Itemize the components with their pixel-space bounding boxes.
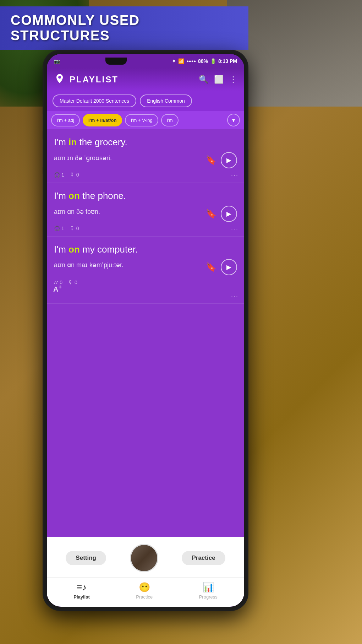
app-logo-icon: [54, 73, 65, 86]
headphone-icon-2: 🎧: [54, 226, 60, 231]
font-large-icon: A+: [53, 283, 62, 293]
volume-down-button: [43, 174, 43, 202]
wifi-icon: 📶: [178, 58, 184, 64]
sentence-2-highlight: on: [68, 190, 80, 201]
tab-master-default[interactable]: Master Default 2000 Sentences: [53, 94, 136, 107]
sentence-card-1: I'm in the grocery. aɪm ɪn ðə ˈɡroʊsəri.…: [47, 129, 244, 183]
video-icon: 📷: [54, 58, 60, 64]
banner-text: COMMONLY USED STRUCTURES: [11, 13, 238, 43]
sentence-2-prefix: I'm: [54, 190, 68, 201]
phone-frame: 📷 ✦ 📶 ●●●● 88% 🔋 8:13 PM PLAYLIST 🔍 ⬜: [43, 50, 248, 611]
play-button-1[interactable]: ▶: [221, 152, 237, 168]
nav-playlist[interactable]: ≡♪ Playlist: [73, 582, 90, 600]
status-left: 📷: [54, 58, 60, 64]
filter-tabs: I'm + adj I'm + in/at/on I'm + V-ing I'm…: [47, 111, 244, 129]
more-dots-3[interactable]: ···: [231, 292, 238, 300]
battery-level: 88%: [198, 58, 208, 64]
practice-stat-1: 🎙 0: [70, 172, 79, 178]
bookmark-icon-3[interactable]: 🔖: [206, 262, 216, 272]
signal-strength: ●●●●: [186, 59, 196, 63]
listen-stat-2: 🎧 1: [54, 226, 64, 231]
sentence-card-3: I'm on my computer. aɪm ɑn maɪ kəmˈpjuːt…: [47, 237, 244, 304]
tab-english-common[interactable]: English Common: [140, 94, 192, 107]
status-bar: 📷 ✦ 📶 ●●●● 88% 🔋 8:13 PM: [47, 54, 244, 68]
sentence-1-phonetic: aɪm ɪn ðə ˈɡroʊsəri.: [54, 154, 112, 162]
app-header: PLAYLIST 🔍 ⬜ ⋮: [47, 68, 244, 91]
play-button-2[interactable]: ▶: [221, 206, 237, 222]
sentences-list: I'm in the grocery. aɪm ɪn ðə ˈɡroʊsəri.…: [47, 129, 244, 537]
sentence-3-phonetic: aɪm ɑn maɪ kəmˈpjuːtər.: [54, 261, 124, 269]
battery-icon: 🔋: [210, 58, 216, 64]
sentence-1-controls: 🔖 ▶: [206, 152, 237, 168]
sentence-3-stats: A- 0 🎙 0: [54, 279, 237, 285]
avatar-image: [131, 545, 157, 571]
listen-stat-1: 🎧 1: [54, 172, 64, 178]
sentence-3-suffix: my computer.: [80, 244, 138, 255]
play-button-3[interactable]: ▶: [221, 259, 237, 275]
sentence-3-highlight: on: [68, 244, 80, 255]
sentence-1-stats: 🎧 1 🎙 0: [54, 172, 237, 178]
action-buttons: Setting Practice: [47, 540, 244, 577]
nav-practice-label: Practice: [136, 594, 153, 600]
playlist-tabs: Master Default 2000 Sentences English Co…: [47, 91, 244, 111]
bottom-nav: ≡♪ Playlist 😶 Practice 📊 Progress: [47, 577, 244, 607]
time-display: 8:13 PM: [218, 58, 237, 64]
more-options-icon[interactable]: ⋮: [229, 75, 237, 84]
expand-icon[interactable]: ⬜: [214, 75, 224, 84]
practice-nav-icon: 😶: [139, 582, 150, 593]
nav-practice[interactable]: 😶 Practice: [136, 582, 153, 600]
practice-button[interactable]: Practice: [182, 551, 225, 565]
filter-im-in-at-on[interactable]: I'm + in/at/on: [83, 114, 122, 126]
bottom-area: Setting Practice ≡♪ Playlist 😶 Practice …: [47, 537, 244, 607]
more-dots-2[interactable]: ···: [231, 225, 238, 233]
sentence-3-prefix: I'm: [54, 244, 68, 255]
phone-screen: 📷 ✦ 📶 ●●●● 88% 🔋 8:13 PM PLAYLIST 🔍 ⬜: [47, 54, 244, 607]
sentence-3-controls: 🔖 ▶: [206, 259, 237, 275]
practice-icon-3: 🎙: [68, 280, 73, 285]
bluetooth-icon: ✦: [172, 58, 176, 64]
bookmark-icon-1[interactable]: 🔖: [206, 155, 216, 165]
nav-playlist-label: Playlist: [73, 594, 90, 600]
sentence-1-text: I'm in the grocery.: [54, 136, 237, 148]
user-avatar[interactable]: [130, 544, 158, 572]
banner: COMMONLY USED STRUCTURES: [0, 6, 248, 50]
sentence-card-2: I'm on the phone. aɪm ɑn ðə foʊn. 🔖 ▶ 🎧 …: [47, 183, 244, 237]
search-icon[interactable]: 🔍: [199, 75, 208, 84]
sentence-2-phonetic: aɪm ɑn ðə foʊn.: [54, 208, 100, 216]
playlist-nav-icon: ≡♪: [77, 582, 87, 593]
svg-point-0: [58, 76, 61, 79]
progress-nav-icon: 📊: [203, 582, 214, 593]
headphone-icon: 🎧: [54, 172, 60, 178]
power-button: [248, 121, 248, 149]
sentence-2-text: I'm on the phone.: [54, 190, 237, 202]
status-right: ✦ 📶 ●●●● 88% 🔋 8:13 PM: [172, 58, 237, 64]
volume-up-button: [43, 139, 43, 167]
sentence-1-suffix: the grocery.: [77, 137, 127, 147]
chevron-down-icon: ▾: [232, 117, 235, 124]
practice-icon: 🎙: [70, 172, 75, 178]
sentence-3-text: I'm on my computer.: [54, 244, 237, 256]
filter-dropdown-icon[interactable]: ▾: [227, 114, 240, 126]
filter-im-adj[interactable]: I'm + adj: [51, 114, 80, 126]
sentence-1-highlight: in: [68, 137, 77, 147]
nav-progress-label: Progress: [199, 594, 218, 600]
filter-im-ving[interactable]: I'm + V-ing: [125, 114, 158, 126]
bookmark-icon-2[interactable]: 🔖: [206, 209, 216, 219]
volume-silent-button: [43, 114, 43, 131]
practice-stat-3: 🎙 0: [68, 280, 77, 285]
sentence-2-stats: 🎧 1 🎙 0: [54, 226, 237, 231]
sentence-2-suffix: the phone.: [80, 190, 126, 201]
practice-stat-2: 🎙 0: [70, 226, 79, 231]
more-dots-1[interactable]: ···: [231, 172, 238, 179]
sentence-1-prefix: I'm: [54, 137, 68, 147]
camera-notch: [105, 58, 127, 65]
sentence-2-controls: 🔖 ▶: [206, 206, 237, 222]
setting-button[interactable]: Setting: [66, 551, 106, 565]
app-title: PLAYLIST: [70, 75, 194, 85]
practice-icon-2: 🎙: [70, 226, 75, 231]
nav-progress[interactable]: 📊 Progress: [199, 582, 218, 600]
filter-im[interactable]: I'm: [161, 114, 179, 126]
header-icons: 🔍 ⬜ ⋮: [199, 75, 237, 84]
